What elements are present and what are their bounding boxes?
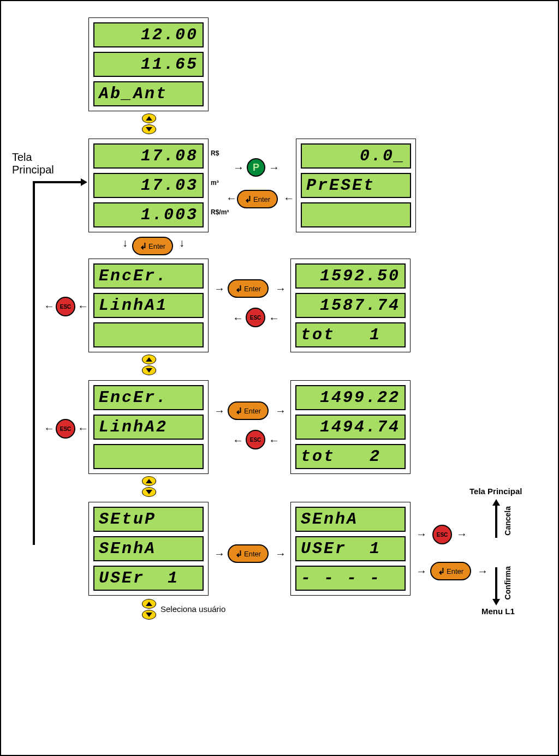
esc-button[interactable]: ESC bbox=[56, 297, 75, 316]
arrow-right-icon: → bbox=[416, 528, 427, 541]
confirm-line bbox=[495, 567, 497, 600]
enter-label: Enter bbox=[447, 567, 463, 575]
lcd: SEnhA bbox=[93, 536, 204, 561]
confirma-label: Confirma bbox=[503, 566, 512, 599]
lcd: USEr 1 bbox=[295, 536, 406, 561]
arrow-left-icon: ← bbox=[269, 312, 280, 325]
lcd: - - - - bbox=[295, 566, 406, 591]
nav-updown[interactable] bbox=[142, 599, 156, 621]
lcd: tot 2 bbox=[295, 444, 406, 469]
lcd: SEnhA bbox=[295, 507, 406, 532]
main-return-line-h bbox=[33, 181, 82, 183]
arrow-right-icon: → bbox=[214, 405, 225, 417]
panel-preset: 0.0_ PrESEt bbox=[296, 139, 416, 232]
panel-encer2: EncEr. LinhA2 bbox=[88, 380, 209, 474]
arrow-left-icon: ← bbox=[226, 192, 237, 205]
lcd: SEtuP bbox=[93, 507, 204, 532]
down-icon bbox=[142, 124, 156, 134]
arrow-left-icon: ← bbox=[269, 434, 280, 447]
main-return-line-v bbox=[33, 182, 35, 545]
panel-tot1: 1592.50 1587.74 tot 1 bbox=[290, 259, 411, 352]
lcd: USEr 1 bbox=[93, 566, 204, 591]
arrow-right-icon: → bbox=[275, 283, 286, 295]
down-icon bbox=[142, 365, 156, 375]
lcd: 11.65 bbox=[93, 52, 204, 77]
enter-label: Enter bbox=[244, 285, 261, 293]
arrow-left-icon: ← bbox=[78, 300, 88, 313]
esc-button[interactable]: ESC bbox=[246, 308, 265, 327]
enter-arrow-icon: ↲ bbox=[438, 566, 445, 577]
up-icon bbox=[142, 113, 156, 123]
tela-principal-label: Tela Principal bbox=[12, 151, 54, 176]
seleciona-usuario-label: Seleciona usuário bbox=[160, 604, 225, 614]
lcd: 17.08 bbox=[93, 143, 204, 169]
enter-button[interactable]: ↲ Enter bbox=[228, 279, 269, 298]
arrow-right-icon: → bbox=[416, 565, 427, 578]
panel-senha: SEnhA USEr 1 - - - - bbox=[290, 502, 411, 596]
arrow-down-icon: ↓ bbox=[179, 237, 185, 249]
enter-arrow-icon: ↲ bbox=[235, 549, 242, 559]
p-button[interactable]: P bbox=[247, 158, 265, 177]
arrow-left-icon: ← bbox=[283, 192, 294, 205]
arrow-right-icon: → bbox=[214, 283, 225, 295]
enter-label: Enter bbox=[244, 407, 261, 415]
lcd: 17.03 bbox=[93, 173, 204, 198]
arrow-right-icon: → bbox=[456, 528, 467, 541]
arrow-right-icon: → bbox=[214, 548, 225, 560]
enter-arrow-icon: ↲ bbox=[245, 194, 252, 205]
enter-arrow-icon: ↲ bbox=[235, 406, 242, 416]
menu-l1-label: Menu L1 bbox=[481, 607, 515, 616]
unit-m3: m³ bbox=[211, 179, 219, 187]
enter-label: Enter bbox=[253, 195, 270, 203]
esc-button[interactable]: ESC bbox=[56, 419, 75, 439]
arrow-left-icon: ← bbox=[78, 422, 88, 435]
arrow-down-icon: ↓ bbox=[122, 237, 128, 249]
panel-setup: SEtuP SEnhA USEr 1 bbox=[88, 502, 209, 596]
lcd bbox=[301, 202, 411, 227]
enter-label: Enter bbox=[148, 242, 165, 250]
lcd: 12.00 bbox=[93, 22, 204, 47]
menu-flow-diagram: Tela Principal 12.00 11.65 Ab_Ant 17.08 … bbox=[0, 0, 559, 756]
lcd: Ab_Ant bbox=[93, 81, 204, 106]
arrow-right-icon: → bbox=[233, 161, 244, 174]
panel-encer1: EncEr. LinhA1 bbox=[88, 259, 209, 352]
esc-button[interactable]: ESC bbox=[432, 525, 452, 544]
enter-arrow-icon: ↲ bbox=[235, 284, 242, 294]
arrow-left-icon: ← bbox=[233, 312, 243, 325]
enter-button[interactable]: ↲ Enter bbox=[228, 401, 269, 420]
unit-rs-m3: R$/m³ bbox=[211, 208, 229, 216]
lcd: 1587.74 bbox=[295, 293, 406, 318]
arrowhead-up-icon bbox=[492, 499, 500, 506]
esc-button[interactable]: ESC bbox=[246, 430, 265, 449]
lcd: 1.003 bbox=[93, 202, 204, 227]
enter-label: Enter bbox=[244, 550, 261, 558]
enter-button[interactable]: ↲ Enter bbox=[430, 562, 471, 580]
unit-rs: R$ bbox=[211, 149, 219, 157]
main-return-arrowhead bbox=[81, 178, 87, 186]
arrow-left-icon: ← bbox=[44, 300, 55, 313]
arrow-left-icon: ← bbox=[233, 434, 243, 447]
lcd bbox=[93, 444, 204, 469]
up-icon bbox=[142, 476, 156, 486]
enter-arrow-icon: ↲ bbox=[140, 241, 147, 251]
arrow-right-icon: → bbox=[275, 548, 286, 560]
lcd: 1494.74 bbox=[295, 415, 406, 440]
up-icon bbox=[142, 599, 156, 609]
enter-button[interactable]: ↲ Enter bbox=[228, 544, 269, 563]
lcd: LinhA1 bbox=[93, 293, 204, 318]
lcd: 1499.22 bbox=[295, 385, 406, 410]
nav-updown[interactable] bbox=[142, 113, 156, 135]
enter-button[interactable]: ↲ Enter bbox=[132, 237, 173, 255]
down-icon bbox=[142, 610, 156, 620]
lcd: 0.0_ bbox=[301, 143, 411, 169]
nav-updown[interactable] bbox=[142, 476, 156, 498]
down-icon bbox=[142, 487, 156, 497]
tela-principal-small: Tela Principal bbox=[469, 487, 522, 496]
panel-tot2: 1499.22 1494.74 tot 2 bbox=[290, 380, 411, 474]
enter-button[interactable]: ↲ Enter bbox=[237, 190, 278, 208]
panel-main: 17.08 17.03 1.003 bbox=[88, 139, 209, 232]
nav-updown[interactable] bbox=[142, 355, 156, 376]
lcd: PrESEt bbox=[301, 173, 411, 198]
arrow-left-icon: ← bbox=[44, 422, 55, 435]
lcd: LinhA2 bbox=[93, 415, 204, 440]
